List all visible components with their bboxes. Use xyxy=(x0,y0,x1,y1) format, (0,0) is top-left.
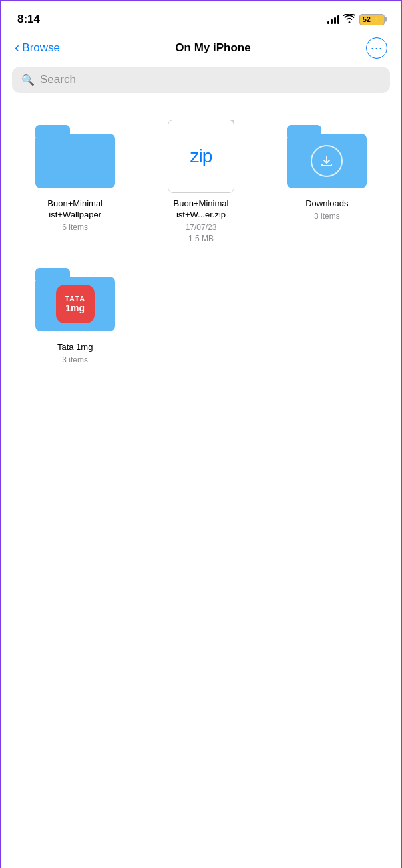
file-meta: 3 items xyxy=(314,212,340,221)
back-button[interactable]: ‹ Browse xyxy=(15,41,60,55)
content-area: 4 items xyxy=(1,384,401,868)
status-icons: 52 ⚡ xyxy=(327,14,385,25)
folder-icon xyxy=(35,125,115,188)
file-grid: Buon+Minimalist+Wallpaper 6 items zip Bu… xyxy=(1,106,401,384)
file-item-tata[interactable]: TATA 1mg Tata 1mg 3 items xyxy=(12,257,138,371)
file-item-wallpaper[interactable]: Buon+Minimalist+Wallpaper 6 items xyxy=(12,113,138,250)
more-icon: ··· xyxy=(371,41,383,55)
file-item-downloads[interactable]: Downloads 3 items xyxy=(264,113,390,250)
file-name: Downloads xyxy=(305,198,348,210)
zip-label: zip xyxy=(190,146,212,167)
file-meta: 3 items xyxy=(62,355,88,364)
tata-folder: TATA 1mg xyxy=(35,268,115,331)
back-chevron-icon: ‹ xyxy=(15,41,19,55)
zip-icon-wrap: zip xyxy=(158,120,244,193)
folder-wallpaper-icon xyxy=(32,120,118,193)
battery-icon: 52 ⚡ xyxy=(359,14,385,25)
folder-icon xyxy=(287,125,367,188)
tata-app-text-1mg: 1mg xyxy=(65,303,85,313)
status-time: 8:14 xyxy=(17,13,40,26)
tata-folder-body: TATA 1mg xyxy=(35,277,115,331)
file-meta-size: 1.5 MB xyxy=(188,234,214,243)
wifi-icon xyxy=(343,14,355,25)
signal-icon xyxy=(327,15,339,24)
file-name: Tata 1mg xyxy=(57,342,93,353)
status-bar: 8:14 52 ⚡ xyxy=(1,1,401,35)
search-bar[interactable]: 🔍 Search xyxy=(12,67,390,93)
back-label: Browse xyxy=(22,41,60,55)
more-button[interactable]: ··· xyxy=(366,37,387,59)
file-name: Buon+Minimalist+Wallpaper xyxy=(47,198,102,221)
tata-app-text-tata: TATA xyxy=(65,295,85,303)
search-icon: 🔍 xyxy=(21,74,35,86)
nav-bar: ‹ Browse On My iPhone ··· xyxy=(1,35,401,67)
page-title: On My iPhone xyxy=(175,41,250,55)
folder-tata-icon: TATA 1mg xyxy=(32,263,118,337)
folder-downloads-icon xyxy=(284,120,370,193)
file-meta: 6 items xyxy=(62,223,88,232)
tata-app-icon: TATA 1mg xyxy=(56,285,95,323)
file-name: Buon+Minimalist+W...er.zip xyxy=(174,198,229,221)
file-meta-date: 17/07/23 xyxy=(186,223,217,232)
search-input[interactable]: Search xyxy=(40,73,76,86)
file-item-zip[interactable]: zip Buon+Minimalist+W...er.zip 17/07/23 … xyxy=(138,113,264,250)
zip-file-icon: zip xyxy=(168,120,234,193)
download-circle-icon xyxy=(311,145,343,177)
folder-download-body xyxy=(287,134,367,188)
